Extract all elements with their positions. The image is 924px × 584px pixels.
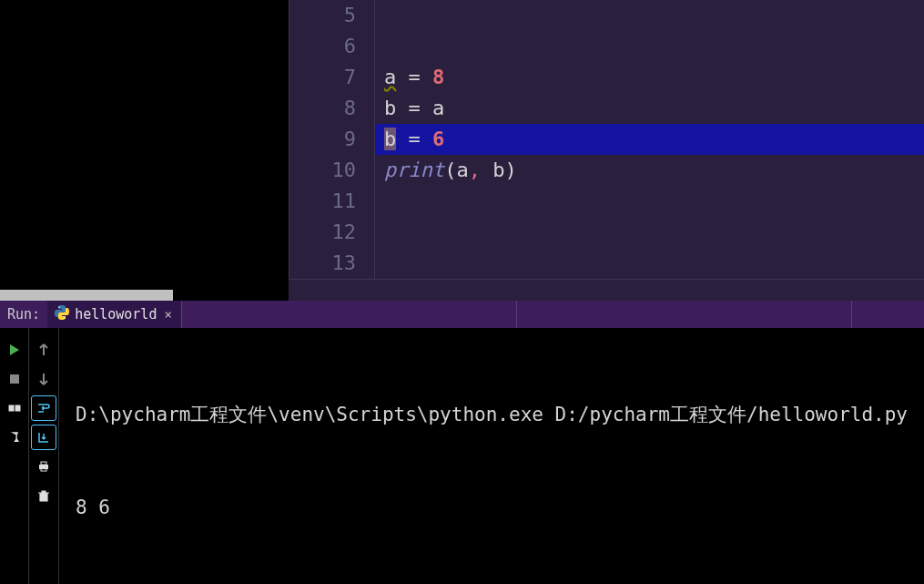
- run-body: D:\pycharm工程文件\venv\Scripts\python.exe D…: [0, 328, 924, 584]
- run-header: Run: helloworld ×: [0, 301, 924, 328]
- code-editor[interactable]: 5678910111213 a = 8b = ab = 6print(a, b): [289, 0, 924, 279]
- python-icon: [55, 305, 69, 323]
- panel-scrollbar[interactable]: [0, 290, 173, 301]
- line-number: 5: [289, 0, 356, 31]
- code-line[interactable]: a = 8: [375, 62, 924, 93]
- top-area: 5678910111213 a = 8b = ab = 6print(a, b): [0, 0, 924, 301]
- console-result: 8 6: [76, 492, 908, 523]
- code-line[interactable]: b = 6: [375, 124, 924, 155]
- svg-point-1: [64, 317, 66, 319]
- editor-area: 5678910111213 a = 8b = ab = 6print(a, b): [289, 0, 924, 301]
- line-number: 8: [289, 93, 356, 124]
- code-line[interactable]: [375, 31, 924, 62]
- run-toolbar-col2: [29, 328, 59, 584]
- console-command: D:\pycharm工程文件\venv\Scripts\python.exe D…: [76, 399, 908, 430]
- run-tab[interactable]: helloworld ×: [47, 301, 181, 328]
- project-panel[interactable]: [0, 0, 289, 301]
- soft-wrap-button[interactable]: [31, 395, 56, 421]
- pin-button[interactable]: [2, 425, 27, 450]
- svg-rect-6: [41, 462, 46, 465]
- scroll-down-button[interactable]: [31, 366, 56, 392]
- line-number: 13: [289, 248, 356, 279]
- line-gutter: 5678910111213: [289, 0, 375, 279]
- code-content[interactable]: a = 8b = ab = 6print(a, b): [375, 0, 924, 279]
- svg-rect-3: [9, 405, 14, 411]
- rerun-button[interactable]: [2, 337, 27, 363]
- svg-point-0: [58, 306, 60, 308]
- clear-button[interactable]: [31, 483, 56, 508]
- svg-rect-7: [41, 468, 46, 471]
- print-button[interactable]: [31, 454, 56, 479]
- line-number: 9: [289, 124, 356, 155]
- code-line[interactable]: [375, 186, 924, 217]
- scroll-to-end-button[interactable]: [31, 425, 56, 450]
- line-number: 10: [289, 155, 356, 186]
- line-number: 12: [289, 217, 356, 248]
- code-line[interactable]: [375, 217, 924, 248]
- line-number: 7: [289, 62, 356, 93]
- line-number: 11: [289, 186, 356, 217]
- layout-button[interactable]: [2, 395, 27, 421]
- editor-status-bar: [289, 279, 924, 301]
- stop-button[interactable]: [2, 366, 27, 392]
- svg-rect-2: [10, 374, 19, 384]
- code-line[interactable]: [375, 0, 924, 31]
- console-output[interactable]: D:\pycharm工程文件\venv\Scripts\python.exe D…: [59, 328, 924, 584]
- code-line[interactable]: b = a: [375, 93, 924, 124]
- code-line[interactable]: [375, 248, 924, 279]
- line-number: 6: [289, 31, 356, 62]
- run-tab-name: helloworld: [75, 306, 157, 323]
- code-line[interactable]: print(a, b): [375, 155, 924, 186]
- run-header-spacer: [181, 301, 924, 328]
- run-toolbar-col1: [0, 328, 29, 584]
- close-icon[interactable]: ×: [162, 307, 173, 322]
- scroll-up-button[interactable]: [31, 337, 56, 363]
- run-panel: Run: helloworld ×: [0, 301, 924, 584]
- svg-rect-4: [15, 405, 20, 411]
- run-label: Run:: [0, 306, 47, 323]
